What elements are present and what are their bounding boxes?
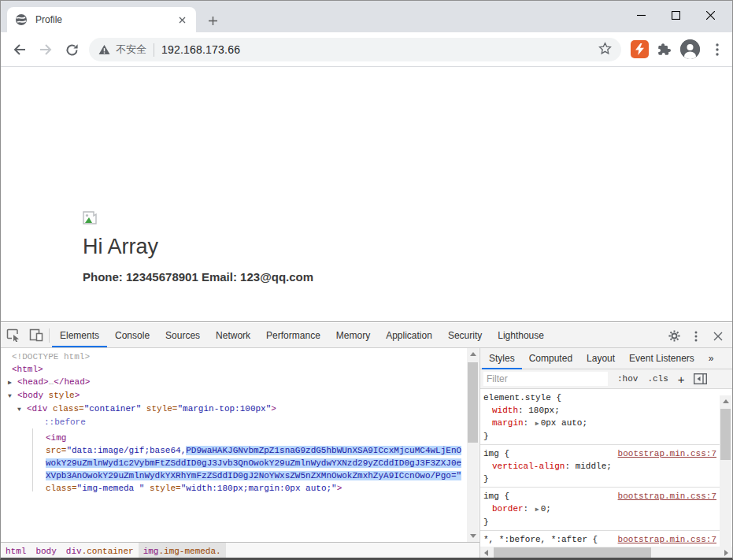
toolbar-separator (49, 328, 50, 343)
breadcrumb-item[interactable]: body (31, 543, 61, 559)
breadcrumb: htmlbodydiv.containerimg.img-memeda. (1, 542, 479, 559)
styles-tab--[interactable]: » (702, 348, 721, 369)
styles-sidebar-tabs: StylesComputedLayoutEvent Listeners» (480, 348, 732, 369)
scrollbar-thumb[interactable] (494, 547, 651, 558)
contact-info: Phone: 12345678901 Email: 123@qq.com (83, 270, 313, 284)
gear-icon[interactable] (664, 327, 684, 346)
device-toolbar-icon[interactable] (26, 326, 46, 345)
profile-avatar-icon[interactable] (680, 39, 700, 59)
dom-tree-line[interactable]: ▼<div class="container" style="margin-to… (1, 402, 467, 416)
new-tab-button[interactable] (202, 10, 223, 31)
globe-favicon-icon (15, 13, 28, 26)
devtools-close-icon[interactable] (708, 327, 728, 346)
stylesheet-link[interactable]: bootstrap.min.css:7 (618, 447, 716, 460)
styles-sidebar: StylesComputedLayoutEvent Listeners» :ho… (480, 348, 732, 558)
devtools-tab-sources[interactable]: Sources (157, 323, 208, 347)
reload-button[interactable] (63, 41, 80, 58)
sidebar-pane-toggle-icon[interactable] (694, 373, 707, 384)
dom-tree-line[interactable]: XVpb3AnOwokY29uZmlnWydkYXRhYmFzZSddID0gJ… (1, 469, 467, 482)
dom-tree-line[interactable]: ::before (1, 416, 467, 428)
scroll-up-icon[interactable] (467, 348, 479, 360)
browser-toolbar: 不安全 192.168.173.66 (1, 32, 732, 67)
forward-button[interactable] (37, 41, 54, 58)
devtools-tab-application[interactable]: Application (378, 323, 440, 347)
css-property[interactable]: border: ▶0; (483, 503, 716, 516)
web-page-content: Hi Array Phone: 12345678901 Email: 123@q… (1, 68, 732, 321)
scroll-up-icon[interactable] (720, 395, 731, 407)
dom-tree-line[interactable]: ▼<body style> (1, 389, 467, 402)
minimize-button[interactable] (624, 4, 658, 26)
css-rule[interactable]: img {bootstrap.min.css:7border: ▶0;} (480, 488, 720, 531)
breadcrumb-item[interactable]: html (1, 543, 31, 559)
devtools-tab-console[interactable]: Console (107, 323, 157, 347)
broken-image-icon (83, 211, 98, 228)
breadcrumb-item[interactable]: img.img-memeda. (139, 543, 226, 559)
scroll-down-icon[interactable] (467, 530, 479, 542)
devtools-tab-memory[interactable]: Memory (328, 323, 378, 347)
dom-tree-scrollbar[interactable] (467, 348, 479, 542)
lightning-extension-icon[interactable] (631, 40, 649, 58)
styles-tab-event-listeners[interactable]: Event Listeners (622, 348, 702, 369)
styles-filter-input[interactable] (483, 372, 608, 386)
css-rule[interactable]: element.style {width: 180px;margin: ▶0px… (480, 389, 720, 445)
dom-tree-line[interactable]: class="img-memeda " style="width:180px;m… (1, 482, 467, 495)
styles-tab-styles[interactable]: Styles (482, 348, 522, 369)
devtools-kebab-menu-icon[interactable] (686, 327, 706, 346)
scroll-right-icon[interactable] (720, 547, 732, 558)
dom-tree-line[interactable]: <img (1, 432, 467, 444)
devtools-panel: ElementsConsoleSourcesNetworkPerformance… (1, 321, 732, 558)
css-property[interactable]: vertical-align: middle; (483, 460, 716, 473)
dom-tree-line[interactable]: src="data:image/gif;base64,PD9waHAKJGNvb… (1, 444, 467, 457)
styles-horizontal-scrollbar[interactable] (480, 547, 732, 558)
css-rules-list: element.style {width: 180px;margin: ▶0px… (480, 389, 720, 547)
devtools-tab-lighthouse[interactable]: Lighthouse (490, 323, 552, 347)
url-text[interactable]: 192.168.173.66 (161, 43, 240, 56)
inspect-element-icon[interactable] (3, 326, 24, 345)
page-heading: Hi Array (83, 235, 158, 259)
devtools-tab-performance[interactable]: Performance (258, 323, 328, 347)
new-style-rule-button[interactable]: + (678, 373, 685, 386)
devtools-tabs: ElementsConsoleSourcesNetworkPerformance… (52, 323, 552, 347)
browser-tab[interactable]: Profile (7, 7, 196, 32)
breadcrumb-item[interactable]: div.container (61, 543, 139, 559)
element-classes-toggle[interactable]: .cls (647, 374, 668, 384)
devtools-tabbar: ElementsConsoleSourcesNetworkPerformance… (1, 323, 732, 348)
stylesheet-link[interactable]: bootstrap.min.css:7 (618, 490, 716, 503)
dom-tree-line[interactable]: wokY29uZmlnWyd1c2VybmFtZSddID0gJ3Jvb3QnO… (1, 457, 467, 469)
puzzle-extensions-icon[interactable] (655, 41, 672, 58)
devtools-tab-security[interactable]: Security (440, 323, 490, 347)
css-property[interactable]: margin: ▶0px auto; (483, 417, 716, 430)
tab-strip: Profile (1, 1, 732, 32)
tab-close-icon[interactable] (176, 13, 188, 26)
bookmark-star-icon[interactable] (598, 42, 612, 58)
address-bar[interactable]: 不安全 192.168.173.66 (89, 38, 621, 61)
dom-indent-guide (32, 428, 33, 491)
back-button[interactable] (11, 41, 28, 58)
styles-tab-computed[interactable]: Computed (522, 348, 579, 369)
browser-window: Profile (0, 0, 733, 560)
css-property[interactable]: width: 180px; (483, 404, 716, 417)
scrollbar-thumb[interactable] (720, 409, 731, 460)
stylesheet-link[interactable]: bootstrap.min.css:7 (618, 533, 716, 546)
dom-tree-line[interactable]: <html> (1, 363, 467, 376)
css-rule[interactable]: *, *:before, *:after {bootstrap.min.css:… (480, 531, 720, 547)
devtools-right-controls (663, 324, 729, 348)
dom-tree: <!DOCTYPE html><html>▶<head>…</head>▼<bo… (1, 348, 467, 542)
css-rule[interactable]: img {bootstrap.min.css:7vertical-align: … (480, 445, 720, 488)
devtools-tab-network[interactable]: Network (208, 323, 258, 347)
maximize-button[interactable] (658, 4, 693, 26)
dom-tree-line[interactable]: <!DOCTYPE html> (1, 350, 467, 363)
devtools-tab-elements[interactable]: Elements (52, 323, 107, 347)
styles-tab-layout[interactable]: Layout (579, 348, 622, 369)
dom-tree-line[interactable]: ▶<head>…</head> (1, 376, 467, 389)
styles-filter-row: :hov .cls + (480, 369, 732, 389)
scrollbar-thumb[interactable] (468, 362, 478, 443)
tab-title: Profile (35, 14, 176, 25)
scroll-left-icon[interactable] (480, 547, 492, 558)
pseudo-state-toggle[interactable]: :hov (617, 374, 638, 384)
close-window-button[interactable] (693, 4, 727, 26)
omnibox-divider (154, 43, 154, 57)
kebab-menu-icon[interactable] (709, 41, 726, 58)
security-label[interactable]: 不安全 (116, 43, 146, 57)
styles-scrollbar[interactable] (720, 395, 731, 560)
